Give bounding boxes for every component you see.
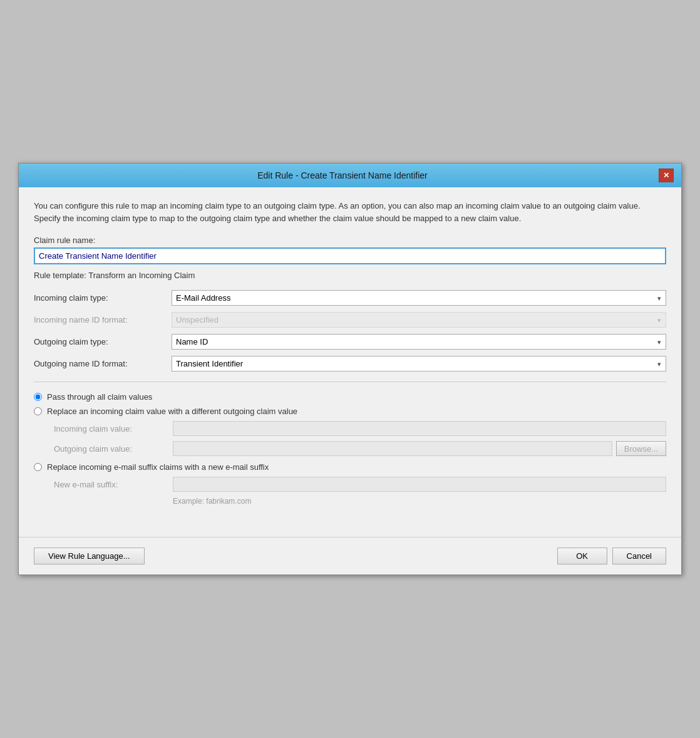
- radio-pass-through[interactable]: [34, 393, 42, 401]
- outgoing-name-id-format-select[interactable]: Transient Identifier: [172, 356, 666, 372]
- radio-pass-through-label[interactable]: Pass through all claim values: [47, 392, 152, 402]
- replace-claim-value-fields: Incoming claim value: Outgoing claim val…: [34, 421, 666, 456]
- dialog-content: You can configure this rule to map an in…: [19, 187, 681, 524]
- close-button[interactable]: ✕: [659, 169, 674, 182]
- claim-rule-name-label: Claim rule name:: [34, 236, 666, 245]
- incoming-name-id-format-label: Incoming name ID format:: [34, 315, 172, 325]
- title-bar: Edit Rule - Create Transient Name Identi…: [19, 164, 681, 187]
- replace-suffix-fields: New e-mail suffix: Example: fabrikam.com: [34, 477, 666, 506]
- example-text: Example: fabrikam.com: [54, 497, 666, 506]
- incoming-claim-type-select-wrapper: E-Mail Address: [172, 290, 666, 306]
- browse-button: Browse...: [616, 441, 666, 456]
- incoming-name-id-format-select-wrapper: Unspecified: [172, 312, 666, 328]
- outgoing-name-id-format-label: Outgoing name ID format:: [34, 359, 172, 368]
- incoming-claim-type-label: Incoming claim type:: [34, 293, 172, 303]
- incoming-claim-type-row: Incoming claim type: E-Mail Address: [34, 290, 666, 306]
- outgoing-name-id-format-select-wrapper: Transient Identifier: [172, 356, 666, 372]
- dialog-footer: View Rule Language... OK Cancel: [19, 537, 681, 574]
- incoming-claim-type-select[interactable]: E-Mail Address: [172, 290, 666, 306]
- outgoing-claim-type-row: Outgoing claim type: Name ID: [34, 334, 666, 350]
- incoming-name-id-format-row: Incoming name ID format: Unspecified: [34, 312, 666, 328]
- radio-replace-suffix-row: Replace incoming e-mail suffix claims wi…: [34, 462, 666, 472]
- outgoing-claim-value-row: Outgoing claim value: Browse...: [54, 441, 666, 456]
- footer-right-buttons: OK Cancel: [557, 548, 666, 564]
- radio-replace-value-label[interactable]: Replace an incoming claim value with a d…: [47, 407, 297, 416]
- incoming-claim-value-input: [173, 421, 666, 436]
- new-email-suffix-label: New e-mail suffix:: [54, 480, 173, 489]
- rule-template-label: Rule template: Transform an Incoming Cla…: [34, 271, 666, 280]
- radio-replace-value[interactable]: [34, 407, 42, 415]
- outgoing-claim-type-label: Outgoing claim type:: [34, 337, 172, 346]
- radio-pass-through-row: Pass through all claim values: [34, 392, 666, 402]
- radio-replace-suffix-label[interactable]: Replace incoming e-mail suffix claims wi…: [47, 462, 269, 472]
- cancel-button[interactable]: Cancel: [612, 548, 666, 564]
- outgoing-claim-value-label: Outgoing claim value:: [54, 444, 173, 454]
- incoming-name-id-format-select: Unspecified: [172, 312, 666, 328]
- outgoing-claim-type-select-wrapper: Name ID: [172, 334, 666, 350]
- dialog-window: Edit Rule - Create Transient Name Identi…: [18, 163, 682, 575]
- incoming-claim-value-label: Incoming claim value:: [54, 424, 173, 434]
- divider: [34, 382, 666, 382]
- outgoing-name-id-format-row: Outgoing name ID format: Transient Ident…: [34, 356, 666, 372]
- view-rule-language-button[interactable]: View Rule Language...: [34, 548, 145, 564]
- incoming-claim-value-row: Incoming claim value:: [54, 421, 666, 436]
- new-email-suffix-row: New e-mail suffix:: [54, 477, 666, 492]
- description-text: You can configure this rule to map an in…: [34, 200, 666, 224]
- ok-button[interactable]: OK: [557, 548, 607, 564]
- radio-replace-suffix[interactable]: [34, 463, 42, 471]
- radio-replace-value-row: Replace an incoming claim value with a d…: [34, 407, 666, 416]
- dialog-title: Edit Rule - Create Transient Name Identi…: [26, 170, 659, 180]
- outgoing-claim-type-select[interactable]: Name ID: [172, 334, 666, 350]
- outgoing-claim-value-input: [173, 441, 612, 456]
- new-email-suffix-input: [173, 477, 666, 492]
- claim-rule-name-input[interactable]: [34, 247, 666, 264]
- claim-rule-name-group: Claim rule name:: [34, 236, 666, 264]
